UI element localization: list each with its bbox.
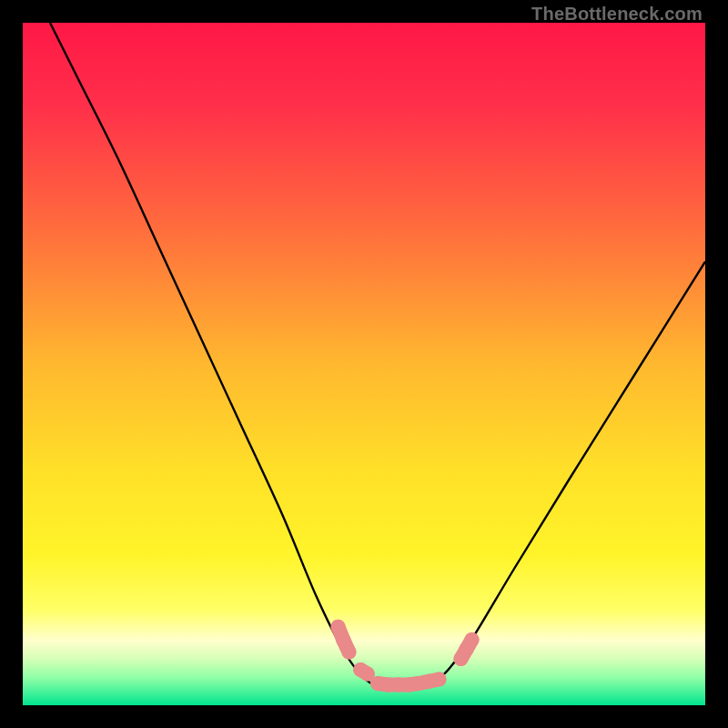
marker-dot <box>331 620 346 634</box>
gradient-background <box>23 23 705 705</box>
outer-black-frame: TheBottleneck.com <box>0 0 728 728</box>
watermark-text: TheBottleneck.com <box>531 4 703 25</box>
marker-dot <box>432 672 447 687</box>
marker-dot <box>465 632 480 647</box>
bottleneck-chart <box>23 23 705 705</box>
marker-dot <box>342 645 357 660</box>
plot-area <box>23 23 705 705</box>
